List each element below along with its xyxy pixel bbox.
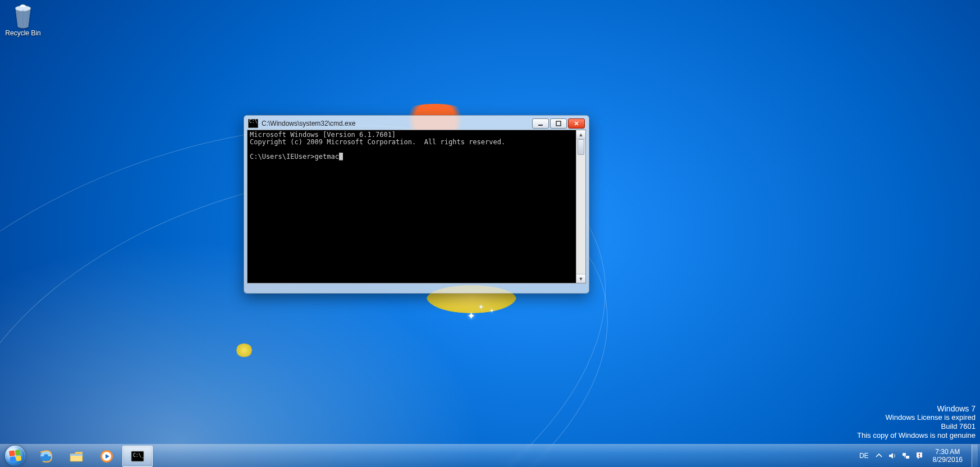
tray-date: 8/29/2016 xyxy=(933,456,963,464)
taskbar-items: C:\_ xyxy=(30,445,153,467)
maximize-button[interactable] xyxy=(550,118,567,129)
console-output[interactable]: Microsoft Windows [Version 6.1.7601] Cop… xyxy=(248,130,576,283)
scroll-up-button[interactable]: ▲ xyxy=(576,130,585,139)
wallpaper-star-icon: ✦ xyxy=(478,303,484,311)
console-command: getmac xyxy=(315,153,339,161)
tray-time: 7:30 AM xyxy=(933,448,963,456)
watermark-line: Windows 7 xyxy=(857,404,976,413)
start-button[interactable] xyxy=(0,445,30,467)
show-desktop-button[interactable] xyxy=(972,445,978,467)
svg-rect-10 xyxy=(903,453,906,456)
cmd-window[interactable]: C:\Windows\system32\cmd.exe Microsoft Wi… xyxy=(244,115,589,294)
window-title: C:\Windows\system32\cmd.exe xyxy=(262,120,532,127)
console-line: Copyright (c) 2009 Microsoft Corporation… xyxy=(250,138,505,146)
windows-flag-icon xyxy=(9,450,22,463)
console-area[interactable]: Microsoft Windows [Version 6.1.7601] Cop… xyxy=(247,130,586,283)
tray-clock[interactable]: 7:30 AM 8/29/2016 xyxy=(929,448,966,464)
wallpaper-star-icon: ✦ xyxy=(489,308,494,314)
taskbar-item-file-explorer[interactable] xyxy=(62,446,91,466)
close-button[interactable] xyxy=(568,118,585,129)
desktop[interactable]: ✦ ✦ ✦ Recycle Bin Windows 7 Windows Lice… xyxy=(0,0,980,467)
minimize-button[interactable] xyxy=(532,118,549,129)
taskbar-item-internet-explorer[interactable] xyxy=(31,446,61,466)
network-icon[interactable] xyxy=(901,451,910,460)
taskbar-item-command-prompt[interactable]: C:\_ xyxy=(122,446,153,467)
system-tray[interactable]: DE 7:30 AM 8/29/2016 xyxy=(854,445,980,467)
scroll-thumb[interactable] xyxy=(578,139,584,155)
cmd-title-icon xyxy=(248,119,258,128)
start-orb-icon xyxy=(5,446,25,466)
watermark-line: Windows License is expired xyxy=(857,413,976,422)
console-line: Microsoft Windows [Version 6.1.7601] xyxy=(250,131,396,139)
recycle-bin-icon xyxy=(11,3,35,29)
desktop-icon-label: Recycle Bin xyxy=(3,29,43,37)
watermark-line: Build 7601 xyxy=(857,422,976,431)
window-titlebar[interactable]: C:\Windows\system32\cmd.exe xyxy=(247,118,586,130)
volume-icon[interactable] xyxy=(888,451,897,460)
action-center-icon[interactable] xyxy=(915,451,924,460)
desktop-icon-recycle-bin[interactable]: Recycle Bin xyxy=(3,3,43,37)
tray-language-indicator[interactable]: DE xyxy=(859,452,869,460)
vertical-scrollbar[interactable]: ▲ ▼ xyxy=(576,130,585,283)
cmd-icon: C:\_ xyxy=(130,449,145,464)
svg-rect-2 xyxy=(556,121,561,126)
console-prompt: C:\Users\IEUser> xyxy=(250,153,315,161)
wallpaper-bud xyxy=(236,344,253,357)
svg-rect-5 xyxy=(70,454,83,456)
tray-chevron-up-icon[interactable] xyxy=(874,451,883,460)
taskbar-item-media-player[interactable] xyxy=(92,446,121,466)
watermark-line: This copy of Windows is not genuine xyxy=(857,431,976,440)
folder-icon xyxy=(68,449,84,464)
wallpaper-star-icon: ✦ xyxy=(467,310,475,322)
svg-rect-13 xyxy=(919,456,920,457)
ie-icon xyxy=(38,449,54,464)
activation-watermark: Windows 7 Windows License is expired Bui… xyxy=(857,404,976,440)
svg-text:C:\_: C:\_ xyxy=(133,453,144,458)
scroll-down-button[interactable]: ▼ xyxy=(576,274,585,283)
taskbar[interactable]: C:\_ DE 7:30 AM 8/29/2016 xyxy=(0,444,980,467)
svg-rect-1 xyxy=(538,125,543,126)
media-player-icon xyxy=(99,449,115,464)
svg-rect-12 xyxy=(919,454,920,455)
console-cursor: _ xyxy=(339,153,343,161)
